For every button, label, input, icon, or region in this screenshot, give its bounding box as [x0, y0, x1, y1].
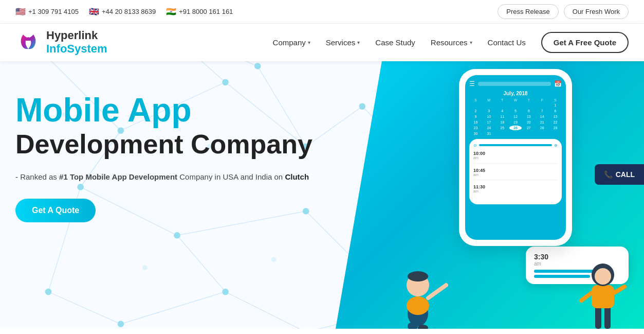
- phone-in[interactable]: 🇮🇳 +91 8000 161 161: [166, 7, 233, 16]
- logo[interactable]: Hyperlink InfoSystem: [15, 29, 107, 56]
- hero-title-mobile-app: Mobile App: [15, 92, 312, 128]
- phone-dates-row1: 1: [469, 103, 562, 108]
- svg-point-0: [17, 31, 40, 54]
- uk-flag: 🇬🇧: [89, 7, 99, 16]
- svg-line-71: [614, 287, 624, 293]
- phone-schedule: ⊙ ⊕ 10:00 am: [469, 139, 562, 204]
- navbar: Hyperlink InfoSystem Company ▾ Services …: [0, 24, 644, 61]
- phone-mockup-area: ☰ 📅 July, 2018 S M T W T F S: [459, 69, 572, 246]
- chevron-down-icon: ▾: [308, 40, 310, 45]
- phone-mockup: ☰ 📅 July, 2018 S M T W T F S: [459, 69, 572, 246]
- svg-line-18: [177, 235, 226, 292]
- phone-dates-row2: 2 3 4 5 6 7 8: [469, 109, 562, 113]
- chevron-down-icon: ▾: [470, 40, 472, 45]
- svg-point-32: [254, 63, 261, 69]
- chevron-down-icon: ▾: [357, 40, 360, 45]
- nav-contact[interactable]: Contact Us: [488, 34, 526, 51]
- phone-dates-row3: 9 10 11 12 13 14 15: [469, 114, 562, 119]
- svg-line-15: [226, 292, 306, 329]
- hero-section: Mobile App Development Company - Ranked …: [0, 61, 644, 329]
- logo-text: Hyperlink InfoSystem: [46, 29, 107, 56]
- phone-time-1045: 10:45 am: [473, 168, 558, 180]
- svg-point-55: [271, 257, 276, 261]
- phone-dates-row4: 16 17 18 19 20 21 22: [469, 120, 562, 125]
- svg-point-54: [142, 265, 147, 270]
- svg-line-61: [428, 285, 446, 298]
- hero-content: Mobile App Development Company - Ranked …: [15, 92, 312, 222]
- nav-services[interactable]: Services ▾: [326, 34, 360, 51]
- phone-us[interactable]: 🇺🇸 +1 309 791 4105: [15, 7, 79, 16]
- top-links: Press Release Our Fresh Work: [498, 4, 629, 19]
- phone-dates-row6: 30 31: [469, 131, 562, 136]
- phone-screen: ☰ 📅 July, 2018 S M T W T F S: [465, 75, 566, 240]
- in-flag: 🇮🇳: [166, 7, 176, 16]
- hero-title-dev-company: Development Company: [15, 128, 312, 160]
- phone-day-labels: S M T W T F S: [469, 98, 562, 102]
- get-free-quote-button[interactable]: Get A Free Quote: [541, 32, 629, 53]
- svg-point-39: [45, 288, 52, 295]
- character-left: [387, 247, 449, 329]
- press-release-button[interactable]: Press Release: [498, 4, 559, 19]
- phone-dates-row5: 23 24 25 26 27 28 29: [469, 126, 562, 130]
- phone-time-1130: 11:30 am: [473, 184, 558, 196]
- phone-month: July, 2018: [469, 91, 562, 96]
- phone-header: ☰ 📅: [469, 80, 562, 87]
- svg-point-40: [118, 321, 124, 327]
- svg-line-13: [48, 292, 121, 324]
- svg-line-10: [161, 61, 225, 82]
- phone-numbers: 🇺🇸 +1 309 791 4105 🇬🇧 +44 20 8133 8639 🇮…: [15, 7, 233, 16]
- hero-description: - Ranked as #1 Top Mobile App Developmen…: [15, 171, 312, 183]
- in-phone-link[interactable]: +91 8000 161 161: [179, 8, 233, 15]
- svg-line-70: [581, 293, 592, 301]
- nav-company[interactable]: Company ▾: [273, 34, 310, 51]
- phone-progress-row: ⊙ ⊕: [473, 143, 558, 148]
- nav-case-study[interactable]: Case Study: [375, 34, 415, 51]
- phone-header-bar: [478, 82, 551, 86]
- svg-point-29: [222, 79, 229, 85]
- logo-hyperlink: Hyperlink: [46, 29, 107, 42]
- nav-menu: Company ▾ Services ▾ Case Study Resource…: [273, 32, 629, 53]
- phone-progress-bar: [479, 144, 552, 146]
- call-button[interactable]: 📞 CALL: [595, 164, 644, 185]
- logo-infosystem: InfoSystem: [46, 42, 107, 56]
- fresh-work-button[interactable]: Our Fresh Work: [564, 4, 629, 19]
- phone-calendar-icon: 📅: [554, 80, 562, 87]
- svg-point-41: [222, 288, 229, 295]
- svg-point-60: [408, 271, 428, 282]
- character-right: [577, 241, 629, 329]
- uk-phone-link[interactable]: +44 20 8133 8639: [102, 8, 156, 15]
- nav-resources[interactable]: Resources ▾: [431, 34, 472, 51]
- phone-uk[interactable]: 🇬🇧 +44 20 8133 8639: [89, 7, 156, 16]
- svg-line-14: [121, 292, 226, 324]
- svg-rect-67: [592, 285, 614, 308]
- top-bar: 🇺🇸 +1 309 791 4105 🇬🇧 +44 20 8133 8639 🇮…: [0, 0, 644, 24]
- svg-line-5: [161, 61, 257, 66]
- svg-point-64: [407, 296, 429, 315]
- svg-point-37: [359, 103, 366, 110]
- phone-menu-icon: ☰: [469, 80, 475, 87]
- svg-point-69: [595, 268, 611, 285]
- us-phone-link[interactable]: +1 309 791 4105: [28, 8, 79, 15]
- us-flag: 🇺🇸: [15, 7, 26, 16]
- phone-time-1000: 10:00 am: [473, 151, 558, 164]
- svg-line-11: [306, 106, 362, 146]
- get-quote-button[interactable]: Get A Quote: [15, 199, 96, 222]
- logo-icon: [15, 29, 41, 55]
- phone-icon: 📞: [604, 170, 613, 179]
- svg-point-34: [174, 232, 180, 239]
